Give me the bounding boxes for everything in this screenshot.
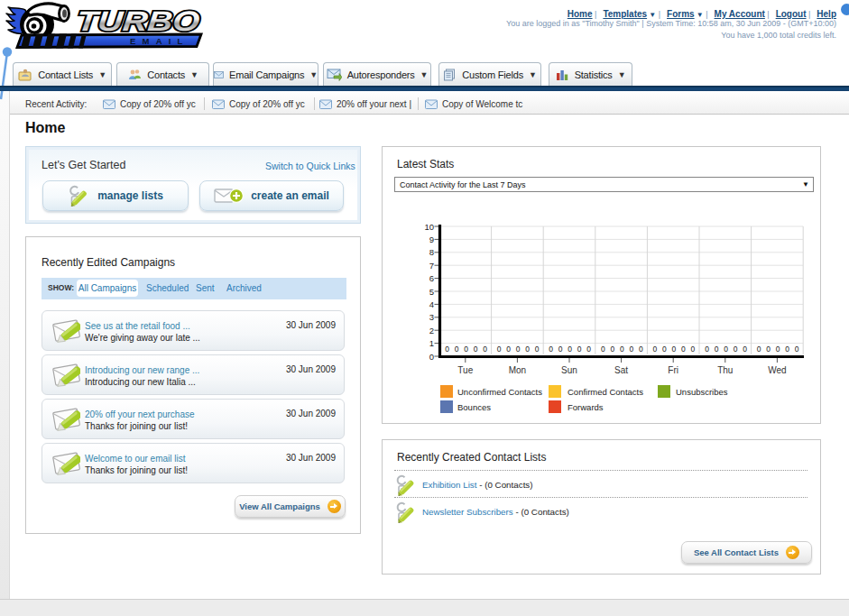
svg-text:0: 0 <box>455 345 459 354</box>
svg-text:0: 0 <box>653 345 658 354</box>
svg-text:0: 0 <box>558 345 563 354</box>
svg-text:7: 7 <box>429 261 434 271</box>
svg-text:0: 0 <box>743 345 747 354</box>
svg-text:0: 0 <box>506 345 511 354</box>
svg-text:0: 0 <box>620 345 624 354</box>
svg-text:0: 0 <box>795 345 799 354</box>
svg-text:Thu: Thu <box>717 365 733 375</box>
svg-text:0: 0 <box>601 345 605 354</box>
svg-text:0: 0 <box>715 345 719 354</box>
svg-text:0: 0 <box>568 345 572 354</box>
svg-text:0: 0 <box>629 345 633 354</box>
svg-text:Sun: Sun <box>561 365 577 375</box>
svg-text:Sat: Sat <box>614 365 628 375</box>
svg-text:10: 10 <box>424 222 434 232</box>
svg-text:0: 0 <box>445 345 449 354</box>
svg-text:0: 0 <box>766 345 771 354</box>
svg-text:4: 4 <box>429 299 434 309</box>
svg-text:0: 0 <box>734 345 738 354</box>
svg-text:0: 0 <box>464 345 468 354</box>
svg-text:2: 2 <box>429 326 434 336</box>
svg-text:Mon: Mon <box>509 365 526 375</box>
svg-text:3: 3 <box>429 312 434 322</box>
svg-text:Wed: Wed <box>768 365 786 375</box>
svg-text:0: 0 <box>483 345 487 354</box>
svg-text:0: 0 <box>705 345 709 354</box>
svg-text:0: 0 <box>516 345 521 354</box>
svg-text:0: 0 <box>525 345 530 354</box>
svg-text:0: 0 <box>776 345 780 354</box>
svg-text:0: 0 <box>497 345 502 354</box>
svg-text:0: 0 <box>429 352 434 362</box>
svg-text:9: 9 <box>429 234 434 244</box>
svg-text:0: 0 <box>691 345 696 354</box>
svg-text:Fri: Fri <box>668 365 678 375</box>
svg-text:0: 0 <box>474 345 478 354</box>
svg-text:0: 0 <box>724 345 728 354</box>
svg-text:6: 6 <box>429 273 434 283</box>
svg-text:0: 0 <box>586 345 591 354</box>
svg-text:Tue: Tue <box>457 365 473 375</box>
svg-text:8: 8 <box>429 247 434 257</box>
svg-text:1: 1 <box>429 338 434 348</box>
svg-text:0: 0 <box>577 345 582 354</box>
svg-text:0: 0 <box>610 345 614 354</box>
svg-text:0: 0 <box>757 345 761 354</box>
svg-text:5: 5 <box>429 287 434 297</box>
svg-text:TURBO: TURBO <box>76 6 201 38</box>
svg-text:0: 0 <box>785 345 789 354</box>
svg-text:0: 0 <box>681 345 686 354</box>
svg-text:0: 0 <box>535 345 540 354</box>
svg-text:0: 0 <box>549 345 553 354</box>
svg-text:0: 0 <box>662 345 667 354</box>
svg-text:0: 0 <box>672 345 677 354</box>
svg-text:0: 0 <box>639 345 643 354</box>
